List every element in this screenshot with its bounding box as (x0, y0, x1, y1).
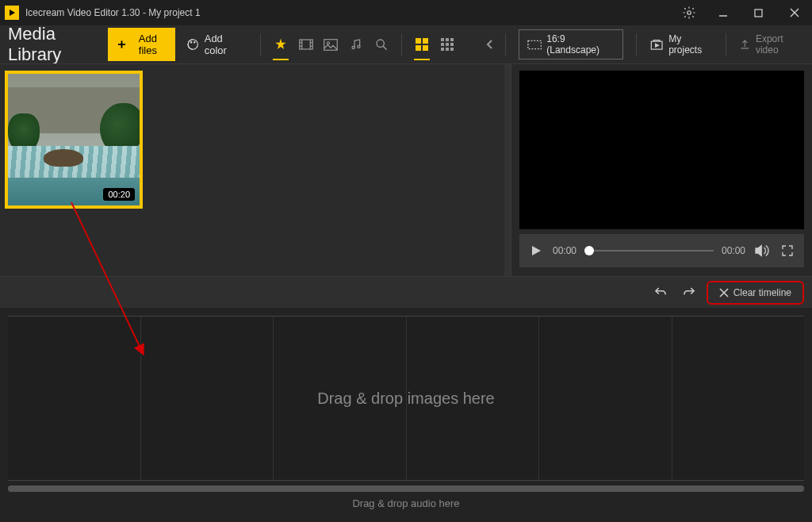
minimize-button[interactable] (705, 0, 741, 25)
titlebar: Icecream Video Editor 1.30 - My project … (0, 0, 812, 25)
seek-bar[interactable] (584, 250, 714, 251)
svg-marker-40 (655, 44, 658, 47)
thumbnail-duration-badge: 00:20 (103, 188, 135, 201)
filter-image-icon[interactable] (321, 33, 342, 56)
svg-marker-11 (275, 39, 286, 50)
play-button[interactable] (527, 242, 545, 259)
svg-rect-32 (441, 43, 444, 46)
svg-rect-3 (755, 10, 762, 17)
timeline-scrollbar[interactable] (8, 486, 804, 492)
svg-rect-25 (416, 38, 421, 44)
app-icon (5, 6, 19, 20)
seek-handle[interactable] (584, 246, 594, 255)
svg-point-10 (194, 42, 195, 43)
svg-point-22 (358, 45, 360, 48)
aspect-ratio-selector[interactable]: 16:9 (Landscape) (519, 29, 623, 59)
aspect-ratio-label: 16:9 (Landscape) (546, 33, 615, 56)
settings-button[interactable] (673, 0, 705, 25)
timeline-images-track[interactable]: Drag & drop images here (8, 316, 804, 481)
svg-rect-38 (528, 40, 542, 48)
project-name: My project 1 (148, 7, 200, 18)
window-title: Icecream Video Editor 1.30 - My project … (25, 7, 673, 18)
svg-point-20 (327, 41, 330, 44)
view-large-grid-icon[interactable] (412, 33, 432, 56)
clear-timeline-label: Clear timeline (733, 287, 791, 298)
add-color-button[interactable]: Add color (180, 28, 251, 61)
library-scrollbar[interactable] (504, 64, 511, 276)
svg-marker-41 (532, 246, 541, 255)
svg-point-1 (688, 11, 691, 15)
add-files-button[interactable]: Add files (108, 28, 176, 61)
add-files-label: Add files (130, 33, 167, 56)
volume-button[interactable] (753, 242, 771, 259)
my-projects-button[interactable]: My projects (649, 33, 713, 56)
svg-marker-0 (10, 10, 15, 16)
svg-line-24 (383, 46, 387, 50)
media-thumbnail[interactable]: 00:20 (5, 71, 143, 209)
main-area: 00:20 00:00 00:00 (0, 63, 812, 276)
app-name: Icecream Video Editor 1.30 (25, 7, 140, 18)
timeline-images-placeholder: Drag & drop images here (317, 390, 494, 408)
player-controls: 00:00 00:00 (519, 234, 804, 267)
svg-rect-27 (416, 45, 421, 51)
svg-rect-29 (441, 38, 444, 41)
filter-video-icon[interactable] (296, 33, 316, 56)
redo-button[interactable] (678, 282, 700, 304)
svg-rect-26 (423, 38, 428, 44)
svg-rect-33 (446, 43, 449, 46)
thumbnail-image (8, 74, 140, 205)
timeline-audio-placeholder: Drag & drop audio here (352, 497, 459, 509)
preview-panel: 00:00 00:00 (511, 64, 812, 276)
fullscreen-button[interactable] (779, 242, 796, 259)
svg-point-21 (352, 46, 354, 48)
maximize-button[interactable] (741, 0, 776, 25)
svg-rect-34 (450, 43, 454, 46)
toolbar: Media Library Add files Add color (0, 25, 812, 63)
svg-rect-30 (446, 38, 449, 41)
svg-point-23 (377, 40, 384, 47)
view-small-grid-icon[interactable] (437, 33, 458, 56)
undo-button[interactable] (649, 282, 672, 304)
filter-all-icon[interactable] (270, 33, 291, 56)
svg-rect-19 (324, 39, 338, 50)
close-button[interactable] (776, 0, 812, 25)
timeline-area: Drag & drop images here Drag & drop audi… (0, 308, 812, 522)
filter-audio-icon[interactable] (346, 33, 366, 56)
svg-rect-31 (450, 38, 454, 41)
svg-marker-42 (756, 246, 761, 256)
search-icon[interactable] (371, 33, 392, 56)
timeline-controls: Clear timeline (0, 276, 812, 308)
svg-rect-35 (441, 48, 444, 51)
collapse-panel-icon[interactable] (480, 33, 500, 56)
video-preview (519, 71, 804, 229)
clear-timeline-button[interactable]: Clear timeline (713, 284, 798, 301)
clear-timeline-highlight: Clear timeline (707, 281, 804, 305)
library-title: Media Library (8, 24, 108, 65)
timeline-audio-track[interactable]: Drag & drop audio here (8, 492, 804, 514)
media-library-panel: 00:20 (0, 64, 504, 276)
export-video-label: Export video (756, 33, 804, 56)
svg-rect-28 (423, 45, 428, 51)
my-projects-label: My projects (668, 33, 713, 56)
total-time: 00:00 (722, 245, 745, 256)
svg-point-9 (191, 42, 192, 43)
svg-rect-37 (450, 48, 454, 51)
export-video-button[interactable]: Export video (739, 33, 804, 56)
svg-rect-36 (446, 48, 449, 51)
current-time: 00:00 (553, 245, 576, 256)
add-color-label: Add color (205, 33, 244, 56)
